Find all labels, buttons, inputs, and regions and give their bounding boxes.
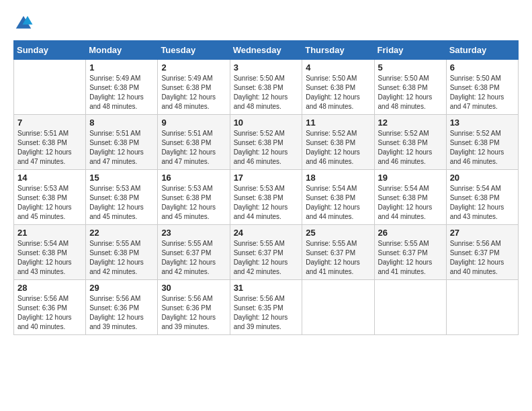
day-info: Sunrise: 5:51 AMSunset: 6:38 PMDaylight:…	[161, 129, 226, 167]
header-day-saturday: Saturday	[446, 41, 518, 60]
day-info: Sunrise: 5:56 AMSunset: 6:37 PMDaylight:…	[450, 239, 515, 277]
day-number: 1	[89, 62, 154, 73]
calendar-cell	[14, 60, 86, 115]
calendar-header-row: SundayMondayTuesdayWednesdayThursdayFrid…	[14, 41, 519, 60]
day-info: Sunrise: 5:55 AMSunset: 6:37 PMDaylight:…	[378, 239, 443, 277]
day-info: Sunrise: 5:53 AMSunset: 6:38 PMDaylight:…	[89, 184, 154, 222]
logo	[13, 13, 35, 34]
calendar-cell: 13Sunrise: 5:52 AMSunset: 6:38 PMDayligh…	[446, 115, 518, 170]
day-number: 30	[161, 283, 226, 293]
day-info: Sunrise: 5:56 AMSunset: 6:36 PMDaylight:…	[89, 294, 154, 332]
day-info: Sunrise: 5:54 AMSunset: 6:38 PMDaylight:…	[306, 184, 370, 222]
calendar-cell: 29Sunrise: 5:56 AMSunset: 6:36 PMDayligh…	[86, 280, 158, 335]
calendar-week-3: 14Sunrise: 5:53 AMSunset: 6:38 PMDayligh…	[14, 170, 519, 225]
day-info: Sunrise: 5:50 AMSunset: 6:38 PMDaylight:…	[450, 74, 515, 111]
calendar-cell: 25Sunrise: 5:55 AMSunset: 6:37 PMDayligh…	[302, 225, 374, 280]
calendar-cell: 30Sunrise: 5:56 AMSunset: 6:36 PMDayligh…	[158, 280, 230, 335]
day-number: 18	[306, 173, 370, 183]
day-number: 17	[234, 173, 299, 183]
logo-icon	[13, 13, 34, 34]
day-info: Sunrise: 5:50 AMSunset: 6:38 PMDaylight:…	[234, 74, 299, 111]
calendar-cell: 5Sunrise: 5:50 AMSunset: 6:38 PMDaylight…	[374, 60, 446, 115]
calendar-week-1: 1Sunrise: 5:49 AMSunset: 6:38 PMDaylight…	[14, 60, 519, 115]
day-number: 14	[17, 173, 82, 183]
day-number: 20	[450, 173, 515, 183]
calendar-cell: 15Sunrise: 5:53 AMSunset: 6:38 PMDayligh…	[86, 170, 158, 225]
day-info: Sunrise: 5:56 AMSunset: 6:35 PMDaylight:…	[234, 294, 299, 332]
calendar-cell: 3Sunrise: 5:50 AMSunset: 6:38 PMDaylight…	[230, 60, 302, 115]
day-number: 7	[17, 118, 82, 128]
calendar-cell: 19Sunrise: 5:54 AMSunset: 6:38 PMDayligh…	[374, 170, 446, 225]
day-info: Sunrise: 5:51 AMSunset: 6:38 PMDaylight:…	[89, 129, 154, 167]
calendar-cell: 17Sunrise: 5:53 AMSunset: 6:38 PMDayligh…	[230, 170, 302, 225]
day-info: Sunrise: 5:55 AMSunset: 6:37 PMDaylight:…	[161, 239, 226, 277]
day-number: 4	[306, 62, 370, 73]
day-info: Sunrise: 5:50 AMSunset: 6:38 PMDaylight:…	[378, 74, 443, 111]
day-info: Sunrise: 5:54 AMSunset: 6:38 PMDaylight:…	[450, 184, 515, 222]
day-number: 5	[378, 62, 443, 73]
day-info: Sunrise: 5:53 AMSunset: 6:38 PMDaylight:…	[161, 184, 226, 222]
day-number: 10	[234, 118, 299, 128]
day-number: 9	[161, 118, 226, 128]
calendar-cell: 22Sunrise: 5:55 AMSunset: 6:38 PMDayligh…	[86, 225, 158, 280]
day-number: 23	[161, 228, 226, 238]
day-number: 31	[234, 283, 299, 293]
day-number: 29	[89, 283, 154, 293]
calendar-cell: 24Sunrise: 5:55 AMSunset: 6:37 PMDayligh…	[230, 225, 302, 280]
day-number: 28	[17, 283, 82, 293]
calendar-cell: 9Sunrise: 5:51 AMSunset: 6:38 PMDaylight…	[158, 115, 230, 170]
calendar-cell: 28Sunrise: 5:56 AMSunset: 6:36 PMDayligh…	[14, 280, 86, 335]
day-info: Sunrise: 5:53 AMSunset: 6:38 PMDaylight:…	[234, 184, 299, 222]
day-number: 6	[450, 62, 515, 73]
day-info: Sunrise: 5:52 AMSunset: 6:38 PMDaylight:…	[306, 129, 370, 167]
calendar-cell: 27Sunrise: 5:56 AMSunset: 6:37 PMDayligh…	[446, 225, 518, 280]
day-info: Sunrise: 5:55 AMSunset: 6:38 PMDaylight:…	[89, 239, 154, 277]
calendar-week-5: 28Sunrise: 5:56 AMSunset: 6:36 PMDayligh…	[14, 280, 519, 335]
day-info: Sunrise: 5:56 AMSunset: 6:36 PMDaylight:…	[17, 294, 82, 332]
day-number: 15	[89, 173, 154, 183]
day-number: 3	[234, 62, 299, 73]
calendar-cell: 2Sunrise: 5:49 AMSunset: 6:38 PMDaylight…	[158, 60, 230, 115]
calendar-cell: 7Sunrise: 5:51 AMSunset: 6:38 PMDaylight…	[14, 115, 86, 170]
calendar-cell: 12Sunrise: 5:52 AMSunset: 6:38 PMDayligh…	[374, 115, 446, 170]
day-number: 19	[378, 173, 443, 183]
calendar-cell: 21Sunrise: 5:54 AMSunset: 6:38 PMDayligh…	[14, 225, 86, 280]
calendar-cell	[446, 280, 518, 335]
calendar-table: SundayMondayTuesdayWednesdayThursdayFrid…	[13, 40, 519, 335]
day-info: Sunrise: 5:55 AMSunset: 6:37 PMDaylight:…	[306, 239, 370, 277]
day-info: Sunrise: 5:56 AMSunset: 6:36 PMDaylight:…	[161, 294, 226, 332]
calendar-cell: 18Sunrise: 5:54 AMSunset: 6:38 PMDayligh…	[302, 170, 374, 225]
header-day-tuesday: Tuesday	[158, 41, 230, 60]
calendar-cell: 10Sunrise: 5:52 AMSunset: 6:38 PMDayligh…	[230, 115, 302, 170]
day-number: 26	[378, 228, 443, 238]
day-number: 24	[234, 228, 299, 238]
day-info: Sunrise: 5:54 AMSunset: 6:38 PMDaylight:…	[378, 184, 443, 222]
calendar-week-4: 21Sunrise: 5:54 AMSunset: 6:38 PMDayligh…	[14, 225, 519, 280]
header-day-monday: Monday	[86, 41, 158, 60]
calendar-cell: 11Sunrise: 5:52 AMSunset: 6:38 PMDayligh…	[302, 115, 374, 170]
day-number: 21	[17, 228, 82, 238]
day-info: Sunrise: 5:53 AMSunset: 6:38 PMDaylight:…	[17, 184, 82, 222]
header-day-thursday: Thursday	[302, 41, 374, 60]
calendar-cell: 16Sunrise: 5:53 AMSunset: 6:38 PMDayligh…	[158, 170, 230, 225]
calendar-cell: 6Sunrise: 5:50 AMSunset: 6:38 PMDaylight…	[446, 60, 518, 115]
day-info: Sunrise: 5:54 AMSunset: 6:38 PMDaylight:…	[17, 239, 82, 277]
day-info: Sunrise: 5:51 AMSunset: 6:38 PMDaylight:…	[17, 129, 82, 167]
day-number: 11	[306, 118, 370, 128]
calendar-cell	[374, 280, 446, 335]
calendar-cell: 23Sunrise: 5:55 AMSunset: 6:37 PMDayligh…	[158, 225, 230, 280]
page-header	[13, 13, 519, 34]
header-day-friday: Friday	[374, 41, 446, 60]
calendar-cell: 14Sunrise: 5:53 AMSunset: 6:38 PMDayligh…	[14, 170, 86, 225]
calendar-cell	[302, 280, 374, 335]
day-info: Sunrise: 5:50 AMSunset: 6:38 PMDaylight:…	[306, 74, 370, 111]
calendar-cell: 26Sunrise: 5:55 AMSunset: 6:37 PMDayligh…	[374, 225, 446, 280]
day-info: Sunrise: 5:52 AMSunset: 6:38 PMDaylight:…	[378, 129, 443, 167]
calendar-week-2: 7Sunrise: 5:51 AMSunset: 6:38 PMDaylight…	[14, 115, 519, 170]
day-number: 25	[306, 228, 370, 238]
day-number: 2	[161, 62, 226, 73]
day-number: 27	[450, 228, 515, 238]
calendar-cell: 31Sunrise: 5:56 AMSunset: 6:35 PMDayligh…	[230, 280, 302, 335]
calendar-cell: 1Sunrise: 5:49 AMSunset: 6:38 PMDaylight…	[86, 60, 158, 115]
day-number: 13	[450, 118, 515, 128]
